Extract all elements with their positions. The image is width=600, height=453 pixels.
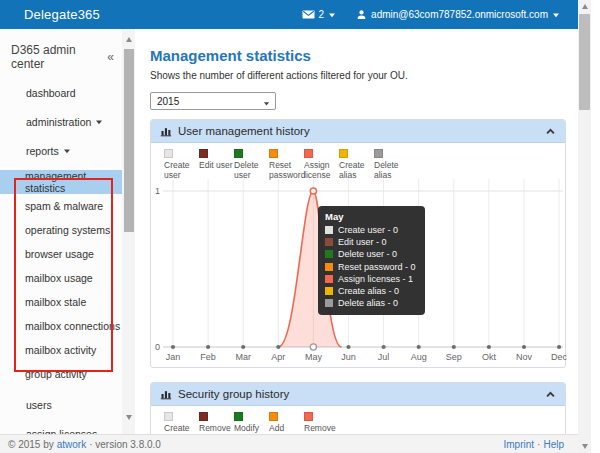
user-icon (356, 9, 367, 20)
help-link[interactable]: Help (543, 439, 564, 450)
mail-icon (302, 9, 315, 20)
topbar: Delegate365 2 admin@63com787852.onmicros… (0, 0, 578, 29)
page-title: Management statistics (150, 47, 577, 64)
sidebar-item-label: administration (26, 116, 91, 128)
svg-text:May: May (305, 352, 323, 362)
sidebar-report-item[interactable]: operating systems (0, 218, 122, 242)
copyright-text: © 2015 by (8, 439, 54, 450)
version-text: · version 3.8.0.0 (89, 439, 161, 450)
sidebar-item[interactable]: users (0, 395, 122, 415)
sidebar-report-item[interactable]: spam & malware (0, 194, 122, 218)
svg-text:Nov: Nov (516, 352, 533, 362)
sidebar-item-label: browser usage (25, 248, 94, 260)
svg-text:Okt: Okt (482, 352, 497, 362)
svg-text:Aug: Aug (411, 352, 427, 362)
series-color-swatch (164, 412, 173, 421)
svg-text:Feb: Feb (200, 352, 216, 362)
panel-title: User management history (178, 125, 310, 137)
sidebar-item-label: reports (26, 145, 59, 157)
window-scrollbar (578, 0, 591, 453)
sidebar-report-item[interactable]: mailbox stale (0, 290, 122, 314)
user-management-chart[interactable]: 01JanFebMarAprMayJunJulAugSepOktNovDec (151, 175, 567, 367)
sidebar-report-item[interactable]: group activity (0, 362, 122, 386)
topbar-right: 2 admin@63com787852.onmicrosoft.com (302, 0, 560, 29)
caret-down-icon (552, 11, 560, 19)
svg-text:Mar: Mar (235, 352, 251, 362)
sidebar-report-item[interactable]: mailbox connections (0, 314, 122, 338)
panel-header-security-group[interactable]: Security group history (151, 383, 565, 406)
svg-text:0: 0 (155, 342, 160, 352)
sidebar-item[interactable]: administration (0, 112, 122, 132)
series-color-swatch (199, 412, 208, 421)
scroll-down-arrow[interactable] (122, 412, 135, 422)
series-color-swatch (269, 412, 278, 421)
series-color-swatch (234, 412, 243, 421)
notifications-dropdown[interactable]: 2 (302, 9, 337, 20)
svg-text:Sep: Sep (446, 352, 462, 362)
year-select[interactable]: 2015 (150, 92, 276, 110)
caret-down-icon (263, 98, 270, 109)
panel-body: Create user Edit user Delete user (151, 143, 565, 367)
sidebar-collapse-button[interactable]: « (107, 50, 114, 64)
panel-title: Security group history (178, 388, 289, 400)
series-color-swatch (339, 149, 348, 158)
scroll-down-arrow[interactable] (578, 440, 591, 452)
series-color-swatch (234, 149, 243, 158)
series-color-swatch (269, 149, 278, 158)
scroll-up-arrow[interactable] (122, 34, 135, 44)
imprint-link[interactable]: Imprint (504, 439, 535, 450)
sidebar: D365 admin center « dashboard administra… (0, 29, 122, 434)
sidebar-item-label: dashboard (26, 87, 76, 99)
user-email: admin@63com787852.onmicrosoft.com (371, 9, 548, 20)
panel-user-management-history: User management history Create user Edit (150, 119, 566, 368)
footer-separator: · (537, 439, 540, 450)
brand-logo: Delegate365 (24, 7, 100, 22)
caret-down-icon (328, 11, 336, 19)
sidebar-title: D365 admin center (11, 43, 107, 71)
chevron-up-icon[interactable] (545, 390, 556, 399)
sidebar-item-label: management statistics (25, 170, 122, 194)
sidebar-item[interactable]: reports (0, 141, 122, 161)
sidebar-report-item[interactable]: mailbox usage (0, 266, 122, 290)
sidebar-item[interactable]: dashboard (0, 83, 122, 103)
footer-left: © 2015 by atwork · version 3.8.0.0 (8, 439, 161, 450)
vendor-link[interactable]: atwork (57, 439, 86, 450)
scrollbar-thumb[interactable] (124, 49, 134, 232)
series-color-swatch (199, 149, 208, 158)
sidebar-report-item[interactable]: browser usage (0, 242, 122, 266)
sidebar-scrollbar (122, 29, 135, 434)
page-subtitle: Shows the number of different actions fi… (150, 70, 577, 81)
sidebar-item-label: mailbox activity (25, 344, 96, 356)
sidebar-item-label: group activity (25, 368, 87, 380)
user-account-dropdown[interactable]: admin@63com787852.onmicrosoft.com (356, 9, 560, 20)
panel-header-user-management[interactable]: User management history (151, 120, 565, 143)
sidebar-header: D365 admin center « (11, 43, 114, 71)
svg-text:Jan: Jan (166, 352, 181, 362)
scrollbar-thumb[interactable] (579, 14, 590, 110)
footer-right: Imprint · Help (504, 439, 564, 450)
delegate365-app: Delegate365 2 admin@63com787852.onmicros… (0, 0, 600, 453)
main-content: Management statistics Shows the number o… (135, 29, 577, 434)
sidebar-report-item[interactable]: mailbox activity (0, 338, 122, 362)
svg-text:Jul: Jul (378, 352, 390, 362)
bar-chart-icon (160, 388, 172, 400)
svg-text:Jun: Jun (341, 352, 356, 362)
sidebar-report-item[interactable]: management statistics (0, 170, 122, 194)
scroll-up-arrow[interactable] (578, 0, 591, 12)
series-color-swatch (304, 149, 313, 158)
sidebar-item-label: mailbox usage (25, 272, 93, 284)
caret-down-icon (63, 147, 71, 155)
svg-text:Apr: Apr (271, 352, 285, 362)
bar-chart-icon (160, 125, 172, 137)
svg-text:1: 1 (155, 186, 160, 196)
chevron-up-icon[interactable] (545, 127, 556, 136)
caret-down-icon (95, 118, 103, 126)
svg-text:Dec: Dec (551, 352, 567, 362)
year-select-value: 2015 (157, 96, 179, 107)
series-color-swatch (304, 412, 313, 421)
sidebar-item-label: spam & malware (25, 200, 103, 212)
footer: © 2015 by atwork · version 3.8.0.0 Impri… (0, 434, 578, 453)
notifications-count: 2 (319, 9, 325, 20)
sidebar-item-label: users (26, 399, 52, 411)
series-color-swatch (164, 149, 173, 158)
